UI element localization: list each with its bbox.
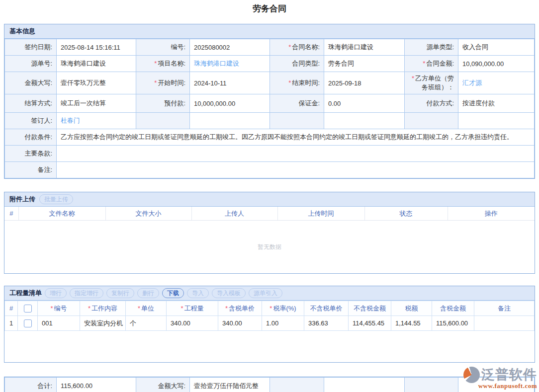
boq-table: # *编号 *工作内容 *单位 *工程量 *含税单价 *税率(%) 不含税单价 …	[4, 301, 535, 331]
boq-empty-area	[4, 331, 535, 362]
remark-value	[57, 162, 535, 178]
total-value: 115,600.00	[57, 378, 136, 392]
contract-amount-value: 10,090,000.00	[458, 56, 535, 72]
batch-upload-button[interactable]: 批量上传	[39, 194, 73, 204]
end-date-value: 2025-09-18	[324, 72, 405, 94]
select-all-checkbox[interactable]	[24, 305, 32, 313]
main-terms-value	[57, 146, 535, 162]
summary-row: 合计: 115,600.00 金额大写: 壹拾壹万伍仟陆佰元整	[5, 378, 535, 392]
column-header-action: 操作	[448, 207, 535, 221]
column-header-price-with-tax: *含税单价	[218, 301, 262, 316]
prepayment-value: 10,000,000.00	[190, 94, 270, 113]
add-row-button[interactable]: 增行	[45, 288, 67, 298]
column-header-file-name: 文件名称	[18, 207, 105, 221]
empty-label-cell	[405, 378, 458, 392]
row-amount-without-tax: 114,455.45	[349, 316, 391, 331]
settlement-method-value: 竣工后一次结算	[57, 94, 136, 113]
amount-words-value: 壹仟零玖万元整	[57, 72, 136, 94]
column-header-tax-amount: 税额	[391, 301, 432, 316]
source-import-button[interactable]: 源单引入	[249, 288, 282, 298]
summary-section: 合计: 115,600.00 金额大写: 壹拾壹万伍仟陆佰元整	[4, 377, 535, 392]
column-header-tax-rate: *税率(%)	[262, 301, 304, 316]
sign-date-value: 2025-08-14 15:16:11	[57, 39, 136, 56]
required-asterisk: *	[180, 305, 183, 312]
remark-label: 备注:	[5, 162, 57, 178]
basic-info-section: 基本信息 签约日期: 2025-08-14 15:16:11 编号: 20250…	[4, 24, 535, 179]
project-name-link[interactable]: 珠海鹤港口建设	[194, 60, 239, 67]
empty-data-text: 暂无数据	[258, 243, 281, 251]
boq-header-bar: 工程量清单 增行 指定增行 复制行 删行 下载 导入 导入模板 源单引入	[4, 286, 535, 301]
table-row: 签订人: 杜春门	[5, 113, 535, 129]
basic-info-title: 基本信息	[9, 27, 35, 36]
table-row: 付款条件: 乙方应按照本合同约定的竣工日期或签证同意顺延的工期竣工。因乙方原因不…	[5, 129, 535, 146]
party-b-unit-value: 汇才源	[458, 72, 535, 94]
deposit-value: 0.00	[324, 94, 405, 113]
row-quantity: 340.00	[167, 316, 218, 331]
column-header-select-all	[18, 301, 38, 316]
column-header-unit: *单位	[126, 301, 167, 316]
boq-header-row: # *编号 *工作内容 *单位 *工程量 *含税单价 *税率(%) 不含税单价 …	[5, 301, 535, 316]
signer-link[interactable]: 杜春门	[61, 117, 80, 124]
basic-info-table: 签约日期: 2025-08-14 15:16:11 编号: 2025080002…	[4, 39, 535, 178]
attachments-section: 附件上传 批量上传 # 文件名称 文件大小 上传人 上传时间 状态 操作 暂无数…	[4, 192, 535, 274]
labor-contract-page: 劳务合同 基本信息 签约日期: 2025-08-14 15:16:11 编号: …	[0, 0, 539, 392]
contract-type-label: 合同类型:	[270, 56, 324, 72]
row-price-without-tax: 336.63	[304, 316, 349, 331]
start-date-label: *开始时间:	[136, 72, 190, 94]
basic-info-header-bar: 基本信息	[4, 24, 535, 39]
contract-name-value: 珠海鹤港口建设	[324, 39, 405, 56]
prepayment-label: 预付款:	[136, 94, 190, 113]
required-asterisk: *	[154, 60, 157, 67]
required-asterisk: *	[138, 305, 140, 312]
summary-table: 合计: 115,600.00 金额大写: 壹拾壹万伍仟陆佰元整	[4, 377, 535, 392]
required-asterisk: *	[288, 79, 291, 86]
column-header-remark: 备注	[474, 301, 535, 316]
amount-words-value: 壹拾壹万伍仟陆佰元整	[190, 378, 270, 392]
required-asterisk: *	[50, 305, 53, 312]
required-asterisk: *	[288, 43, 291, 51]
attachments-header-bar: 附件上传 批量上传	[4, 192, 535, 207]
column-header-amount-with-tax: 含税金额	[432, 301, 474, 316]
required-asterisk: *	[88, 305, 90, 312]
attachments-table: # 文件名称 文件大小 上传人 上传时间 状态 操作	[4, 207, 535, 221]
table-row: 备注:	[5, 162, 535, 178]
total-label: 合计:	[5, 378, 57, 392]
row-unit: 个	[126, 316, 167, 331]
row-tax-amount: 1,144.55	[391, 316, 432, 331]
contract-amount-label: *合同金额:	[405, 56, 458, 72]
required-asterisk: *	[154, 79, 157, 86]
row-index: 1	[5, 316, 18, 331]
copy-row-button[interactable]: 复制行	[106, 288, 134, 298]
column-header-amount-without-tax: 不含税金额	[349, 301, 391, 316]
party-b-unit-link[interactable]: 汇才源	[462, 79, 482, 86]
main-terms-label: 主要条款:	[5, 146, 57, 162]
column-header-work-content: *工作内容	[80, 301, 126, 316]
row-remark	[474, 316, 535, 331]
deposit-label: 保证金:	[270, 94, 324, 113]
row-amount-with-tax: 115,600.00	[432, 316, 474, 331]
column-header-uploader: 上传人	[191, 207, 277, 221]
empty-label-cell	[270, 378, 324, 392]
import-button[interactable]: 导入	[187, 288, 209, 298]
page-title: 劳务合同	[0, 0, 539, 16]
amount-words-label: 金额大写:	[136, 378, 190, 392]
table-row: 主要条款:	[5, 146, 535, 162]
column-header-price-without-tax: 不含税单价	[304, 301, 349, 316]
column-header-index: #	[4, 207, 18, 221]
download-button[interactable]: 下载	[162, 288, 184, 298]
import-template-button[interactable]: 导入模板	[212, 288, 246, 298]
source-type-value: 收入合同	[458, 39, 535, 56]
column-header-upload-time: 上传时间	[277, 207, 364, 221]
signer-label: 签订人:	[5, 113, 57, 129]
row-checkbox[interactable]	[24, 319, 32, 327]
project-name-value: 珠海鹤港口建设	[190, 56, 270, 72]
insert-row-button[interactable]: 指定增行	[70, 288, 103, 298]
source-number-value: 珠海鹤港口建设	[57, 56, 136, 72]
delete-row-button[interactable]: 删行	[137, 288, 159, 298]
number-label: 编号:	[136, 39, 190, 56]
payment-terms-value: 乙方应按照本合同约定的竣工日期或签证同意顺延的工期竣工。因乙方原因不能按照本合同…	[57, 129, 535, 146]
empty-value-cell	[324, 113, 405, 129]
required-asterisk: *	[225, 305, 228, 312]
source-type-label: 源单类型:	[405, 39, 458, 56]
column-header-code: *编号	[38, 301, 80, 316]
